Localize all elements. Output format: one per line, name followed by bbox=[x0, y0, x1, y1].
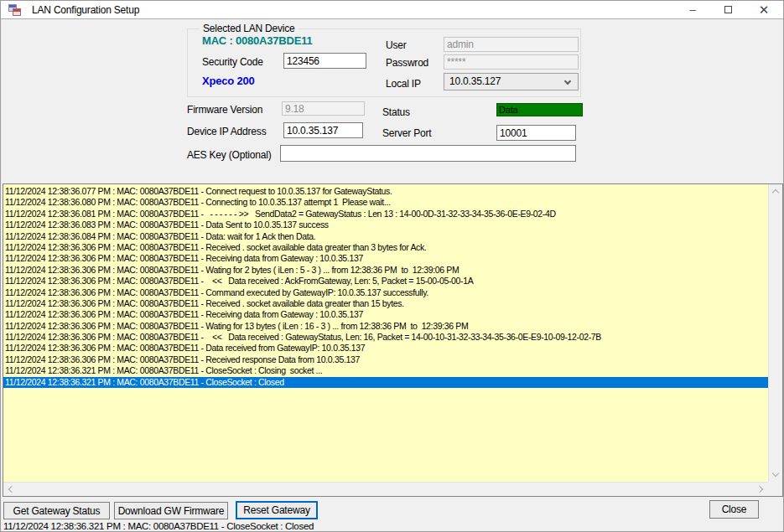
close-button[interactable]: Close bbox=[709, 500, 759, 519]
reset-gateway-button[interactable]: Reset Gateway bbox=[236, 501, 318, 519]
download-gw-firmware-button[interactable]: Download GW Firmware bbox=[114, 502, 228, 519]
security-code-input[interactable] bbox=[283, 53, 366, 69]
log-line[interactable]: 11/12/2024 12:38:36.080 PM : MAC: 0080A3… bbox=[3, 197, 768, 208]
log-line[interactable]: 11/12/2024 12:38:36.306 PM : MAC: 0080A3… bbox=[3, 354, 768, 365]
scrollbar-corner bbox=[768, 482, 782, 496]
vertical-scrollbar[interactable] bbox=[768, 184, 782, 482]
app-icon bbox=[8, 4, 21, 16]
scroll-left-icon[interactable] bbox=[8, 486, 15, 493]
horizontal-scrollbar[interactable] bbox=[3, 482, 768, 496]
log-line[interactable]: 11/12/2024 12:38:36.306 PM : MAC: 0080A3… bbox=[3, 332, 768, 343]
aes-key-input[interactable] bbox=[280, 145, 576, 162]
groupbox-title: Selected LAN Device bbox=[200, 23, 299, 34]
log-content: 11/12/2024 12:38:36.077 PM : MAC: 0080A3… bbox=[3, 184, 768, 482]
close-icon: ✕ bbox=[759, 3, 770, 17]
server-port-input[interactable] bbox=[496, 125, 576, 141]
log-line[interactable]: 11/12/2024 12:38:36.306 PM : MAC: 0080A3… bbox=[3, 321, 768, 332]
scroll-right-icon[interactable] bbox=[756, 486, 763, 493]
device-ip-label: Device IP Address bbox=[187, 126, 266, 137]
log-line[interactable]: 11/12/2024 12:38:36.306 PM : MAC: 0080A3… bbox=[3, 265, 768, 276]
server-port-label: Server Port bbox=[382, 127, 432, 139]
status-label: Status bbox=[382, 106, 410, 118]
user-label: User bbox=[386, 39, 407, 51]
status-value: Data bbox=[499, 105, 517, 115]
scroll-up-icon[interactable] bbox=[772, 189, 779, 196]
mac-address-label: MAC : 0080A37BDE11 bbox=[202, 34, 313, 47]
title-bar[interactable]: LAN Configuration Setup – ✕ bbox=[1, 1, 783, 19]
user-input[interactable] bbox=[444, 37, 579, 52]
log-line[interactable]: 11/12/2024 12:38:36.321 PM : MAC: 0080A3… bbox=[3, 365, 768, 376]
device-model-label: Xpeco 200 bbox=[202, 75, 255, 87]
local-ip-dropdown[interactable]: 10.0.35.127 bbox=[444, 73, 579, 90]
log-line[interactable]: 11/12/2024 12:38:36.306 PM : MAC: 0080A3… bbox=[3, 287, 768, 298]
chevron-down-icon bbox=[564, 78, 571, 85]
log-line[interactable]: 11/12/2024 12:38:36.321 PM : MAC: 0080A3… bbox=[3, 377, 768, 388]
firmware-version-label: Firmware Version bbox=[187, 104, 262, 116]
log-line[interactable]: 11/12/2024 12:38:36.306 PM : MAC: 0080A3… bbox=[3, 276, 768, 287]
password-input[interactable] bbox=[444, 54, 579, 70]
local-ip-label: Local IP bbox=[386, 78, 421, 90]
log-line[interactable]: 11/12/2024 12:38:36.083 PM : MAC: 0080A3… bbox=[3, 220, 768, 230]
aes-key-label: AES Key (Optional) bbox=[187, 149, 271, 161]
get-gateway-status-button[interactable]: Get Gateway Status bbox=[3, 502, 110, 519]
close-window-button[interactable]: ✕ bbox=[750, 1, 778, 19]
status-bar-text: 11/12/2024 12:38:36.321 PM : MAC: 0080A3… bbox=[3, 521, 314, 531]
lan-configuration-setup-window: LAN Configuration Setup – ✕ Selected LAN… bbox=[0, 0, 784, 532]
log-line[interactable]: 11/12/2024 12:38:36.084 PM : MAC: 0080A3… bbox=[3, 231, 768, 242]
log-line[interactable]: 11/12/2024 12:38:36.306 PM : MAC: 0080A3… bbox=[3, 253, 768, 264]
scroll-down-icon[interactable] bbox=[772, 470, 779, 477]
log-line[interactable]: 11/12/2024 12:38:36.306 PM : MAC: 0080A3… bbox=[3, 298, 768, 309]
device-ip-input[interactable] bbox=[283, 122, 363, 138]
password-label: Passwrod bbox=[386, 57, 428, 69]
firmware-version-input[interactable] bbox=[282, 101, 365, 116]
minimize-icon: – bbox=[689, 3, 695, 16]
maximize-button[interactable] bbox=[714, 1, 742, 19]
window-title: LAN Configuration Setup bbox=[32, 1, 139, 19]
log-line[interactable]: 11/12/2024 12:38:36.306 PM : MAC: 0080A3… bbox=[3, 343, 768, 354]
log-line[interactable]: 11/12/2024 12:38:36.077 PM : MAC: 0080A3… bbox=[3, 186, 768, 197]
security-code-label: Security Code bbox=[202, 56, 263, 68]
local-ip-value: 10.0.35.127 bbox=[449, 75, 501, 87]
log-line[interactable]: 11/12/2024 12:38:36.306 PM : MAC: 0080A3… bbox=[3, 242, 768, 253]
status-badge: Data bbox=[496, 103, 583, 116]
log-line[interactable]: 11/12/2024 12:38:36.306 PM : MAC: 0080A3… bbox=[3, 309, 768, 320]
log-listbox[interactable]: 11/12/2024 12:38:36.077 PM : MAC: 0080A3… bbox=[3, 183, 783, 497]
maximize-icon bbox=[724, 6, 732, 13]
minimize-button[interactable]: – bbox=[678, 1, 707, 19]
log-line[interactable]: 11/12/2024 12:38:36.081 PM : MAC: 0080A3… bbox=[3, 209, 768, 220]
